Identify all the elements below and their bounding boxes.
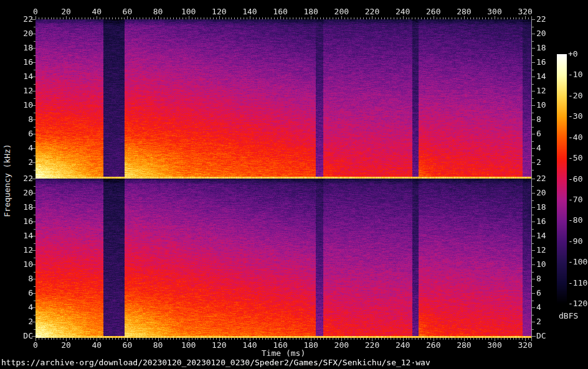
- freq-tick-label: 16: [12, 217, 33, 226]
- freq-tick-label: 2: [12, 317, 33, 326]
- time-tick-label: 120: [207, 7, 232, 16]
- time-tick-label: 40: [84, 7, 109, 16]
- colorbar-unit-label: dBFS: [559, 311, 578, 320]
- colorbar-tick-label: -80: [568, 216, 582, 225]
- colorbar-tick-label: -90: [568, 237, 582, 246]
- freq-tick-label: 18: [12, 44, 33, 52]
- colorbar-tick-label: -30: [568, 112, 582, 121]
- freq-tick-label: 22: [536, 15, 546, 24]
- freq-tick-label: 6: [536, 289, 541, 297]
- freq-tick-label: 4: [12, 144, 33, 152]
- time-tick-label: 280: [452, 7, 477, 16]
- freq-tick-label-dc: DC: [12, 332, 33, 340]
- freq-tick-label: 12: [12, 86, 33, 95]
- freq-tick-label: 2: [12, 158, 33, 167]
- freq-tick-label: 6: [12, 129, 33, 138]
- freq-tick-label: 20: [12, 29, 33, 38]
- spectrogram-lower-channel: [36, 179, 531, 338]
- freq-tick-label: 12: [536, 246, 546, 255]
- colorbar-tick-label: -10: [568, 70, 582, 79]
- freq-tick-label: 22: [12, 15, 33, 24]
- freq-tick-label: 10: [536, 260, 546, 269]
- colorbar-gradient: [557, 54, 567, 304]
- time-tick-label: 300: [482, 7, 507, 16]
- freq-tick-label: 22: [536, 174, 546, 183]
- time-tick-label: 160: [268, 7, 293, 16]
- freq-tick-label: 20: [12, 189, 33, 197]
- freq-tick-label: 10: [12, 260, 33, 269]
- freq-tick-label: 20: [536, 29, 546, 38]
- x-axis-title: Time (ms): [36, 348, 531, 358]
- freq-tick-label: 8: [536, 274, 541, 283]
- time-tick-label: 60: [115, 7, 140, 16]
- freq-tick-label: 18: [12, 203, 33, 212]
- colorbar-tick-label: -70: [568, 195, 582, 204]
- freq-tick-label: 6: [12, 289, 33, 297]
- freq-tick-label: 4: [536, 303, 541, 312]
- freq-tick-label: 14: [536, 72, 546, 81]
- freq-tick-label: 16: [536, 217, 546, 226]
- time-tick-label: 80: [146, 7, 171, 16]
- freq-tick-label: 18: [536, 44, 546, 52]
- colorbar-tick-label: -100: [568, 258, 587, 266]
- time-tick-label: 20: [54, 7, 78, 16]
- freq-tick-label: 12: [536, 86, 546, 95]
- colorbar-tick-label: -120: [568, 299, 587, 308]
- freq-tick-label: 14: [12, 72, 33, 81]
- freq-tick-label: 2: [536, 317, 541, 326]
- colorbar-tick-label: -110: [568, 279, 587, 287]
- colorbar-tick-label: -40: [568, 133, 582, 142]
- freq-tick-label-dc: DC: [536, 332, 546, 340]
- freq-tick-label: 8: [12, 115, 33, 124]
- freq-tick-label: 10: [12, 101, 33, 110]
- freq-tick-label: 18: [536, 203, 546, 212]
- freq-tick-label: 2: [536, 158, 541, 167]
- colorbar-tick-label: -50: [568, 154, 582, 162]
- freq-tick-label: 14: [536, 231, 546, 240]
- time-tick-label: 200: [329, 7, 354, 16]
- colorbar-tick-label: -60: [568, 175, 582, 184]
- freq-tick-label: 4: [536, 144, 541, 152]
- freq-tick-label: 6: [536, 129, 541, 138]
- source-url-text: https://archive·org/download/20230120_20…: [1, 358, 430, 367]
- freq-tick-label: 10: [536, 101, 546, 110]
- time-tick-label: 320: [513, 7, 538, 16]
- freq-tick-label: 22: [12, 174, 33, 183]
- time-tick-label: 220: [359, 7, 384, 16]
- time-tick-label: 140: [237, 7, 262, 16]
- colorbar-tick-label: +0: [568, 50, 578, 58]
- time-tick-label: 100: [176, 7, 201, 16]
- time-tick-label: 240: [391, 7, 415, 16]
- colorbar-tick-label: -20: [568, 91, 582, 100]
- freq-tick-label: 4: [12, 303, 33, 312]
- freq-tick-label: 14: [12, 231, 33, 240]
- freq-tick-label: 16: [12, 58, 33, 67]
- time-tick-label: 260: [421, 7, 446, 16]
- freq-tick-label: 20: [536, 189, 546, 197]
- freq-tick-label: 16: [536, 58, 546, 67]
- freq-tick-label: 12: [12, 246, 33, 255]
- spectrogram-upper-channel: [36, 19, 531, 179]
- freq-tick-label: 8: [536, 115, 541, 124]
- time-tick-label: 180: [298, 7, 323, 16]
- spectrogram-figure: Frequency (kHz) 020406080100120140160180…: [0, 0, 588, 369]
- freq-tick-label: 8: [12, 274, 33, 283]
